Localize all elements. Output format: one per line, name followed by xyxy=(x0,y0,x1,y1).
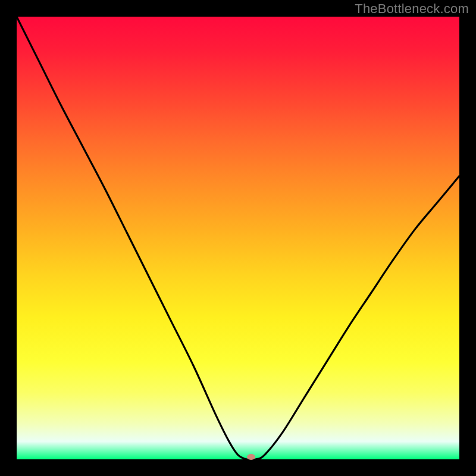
attribution-label: TheBottleneck.com xyxy=(355,1,469,17)
bottleneck-plot xyxy=(17,17,459,459)
bottleneck-curve xyxy=(17,17,459,460)
minimum-point-marker xyxy=(247,454,255,460)
curve-svg xyxy=(17,17,459,459)
chart-frame: TheBottleneck.com xyxy=(0,0,476,476)
